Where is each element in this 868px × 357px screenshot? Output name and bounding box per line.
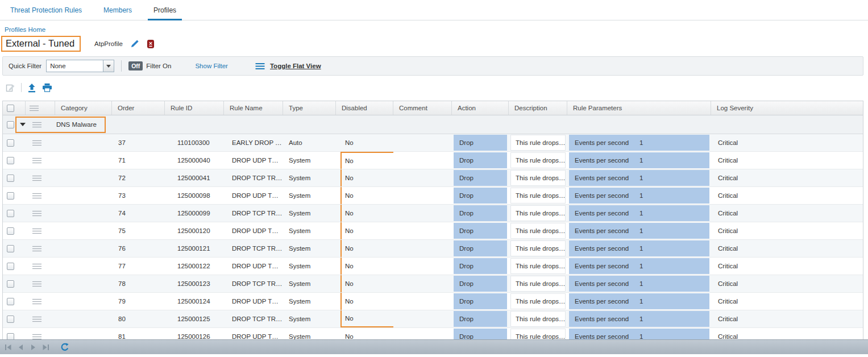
row-checkbox[interactable] — [7, 263, 14, 270]
red-tag-icon[interactable] — [147, 40, 154, 48]
action-cell[interactable]: Drop — [454, 205, 507, 221]
rule-parameters-cell[interactable]: Events per second 1 — [569, 258, 709, 274]
drag-handle-icon[interactable] — [32, 263, 41, 269]
drag-handle-icon[interactable] — [32, 157, 41, 164]
drag-handle-icon[interactable] — [32, 316, 41, 322]
tab-threat-protection-rules[interactable]: Threat Protection Rules — [5, 0, 88, 20]
next-page-icon[interactable] — [30, 344, 37, 351]
description-cell[interactable]: This rule drops… — [510, 188, 566, 204]
action-cell[interactable]: Drop — [454, 223, 507, 239]
disabled-cell[interactable]: No — [336, 258, 393, 275]
action-cell[interactable]: Drop — [454, 293, 507, 309]
drag-handle-icon[interactable] — [32, 246, 41, 252]
drag-handle-icon[interactable] — [32, 298, 41, 305]
rule-parameters-cell[interactable]: Events per second 1 — [569, 311, 709, 327]
select-all-checkbox[interactable] — [7, 105, 14, 112]
quick-filter-dropdown-button[interactable] — [103, 60, 114, 72]
action-cell[interactable]: Drop — [454, 152, 507, 168]
row-checkbox[interactable] — [7, 157, 14, 164]
previous-page-icon[interactable] — [17, 344, 24, 351]
edit-profile-icon[interactable] — [130, 39, 140, 48]
disabled-cell[interactable]: No — [336, 134, 393, 151]
group-highlight-box[interactable]: DNS Malware — [15, 117, 106, 133]
disabled-cell[interactable]: No — [336, 205, 393, 222]
drag-handle-icon[interactable] — [32, 281, 41, 287]
row-checkbox[interactable] — [7, 316, 14, 323]
col-header-rule-id[interactable]: Rule ID — [165, 101, 224, 115]
print-icon[interactable] — [42, 83, 52, 92]
action-cell[interactable]: Drop — [454, 258, 507, 274]
filter-toggle-badge[interactable]: Off — [128, 61, 143, 70]
group-checkbox[interactable] — [7, 121, 14, 128]
rule-parameters-cell[interactable]: Events per second 1 — [569, 240, 709, 256]
drag-handle-icon[interactable] — [32, 193, 41, 199]
description-cell[interactable]: This rule drops… — [510, 205, 566, 221]
action-cell[interactable]: Drop — [454, 170, 507, 186]
rule-parameters-cell[interactable]: Events per second 1 — [569, 170, 709, 186]
last-page-icon[interactable] — [42, 344, 49, 351]
action-cell[interactable]: Drop — [454, 311, 507, 327]
description-cell[interactable]: This rule drops… — [510, 170, 566, 186]
row-checkbox[interactable] — [7, 245, 14, 252]
edit-rule-icon[interactable] — [6, 83, 15, 93]
disabled-cell[interactable]: No — [336, 187, 393, 204]
col-header-type[interactable]: Type — [283, 101, 336, 115]
upload-icon[interactable] — [27, 83, 36, 93]
description-cell[interactable]: This rule drops… — [510, 240, 566, 256]
col-header-category[interactable]: Category — [55, 101, 112, 115]
breadcrumb-profiles-home[interactable]: Profiles Home — [5, 26, 45, 33]
disabled-cell[interactable]: No — [336, 152, 393, 169]
rule-parameters-cell[interactable]: Events per second 1 — [569, 205, 709, 221]
drag-handle-icon[interactable] — [32, 122, 41, 128]
refresh-icon[interactable] — [60, 343, 69, 352]
quick-filter-select[interactable]: None — [46, 60, 114, 72]
rule-parameters-cell[interactable]: Events per second 1 — [569, 223, 709, 239]
row-checkbox[interactable] — [7, 298, 14, 305]
description-cell[interactable]: This rule drops… — [510, 135, 566, 151]
drag-handle-icon[interactable] — [32, 228, 41, 234]
rule-parameters-cell[interactable]: Events per second 1 — [569, 152, 709, 168]
description-cell[interactable]: This rule drops… — [510, 311, 566, 327]
row-checkbox[interactable] — [7, 192, 14, 200]
disabled-cell[interactable]: No — [336, 169, 393, 186]
drag-handle-icon[interactable] — [32, 140, 41, 146]
tab-profiles[interactable]: Profiles — [148, 0, 182, 20]
col-header-rule-parameters[interactable]: Rule Parameters — [567, 101, 711, 115]
description-cell[interactable]: This rule drops… — [510, 223, 566, 239]
drag-handle-icon[interactable] — [32, 175, 41, 181]
tab-members[interactable]: Members — [98, 0, 138, 20]
row-checkbox[interactable] — [7, 227, 14, 235]
drag-handle-icon[interactable] — [32, 334, 41, 340]
rule-parameters-cell[interactable]: Events per second 1 — [569, 188, 709, 204]
action-cell[interactable]: Drop — [454, 135, 507, 151]
row-checkbox[interactable] — [7, 280, 14, 288]
action-cell[interactable]: Drop — [454, 276, 507, 292]
disabled-cell[interactable]: No — [336, 275, 393, 292]
col-header-comment[interactable]: Comment — [393, 101, 452, 115]
rule-parameters-cell[interactable]: Events per second 1 — [569, 293, 709, 309]
disabled-cell[interactable]: No — [336, 222, 393, 239]
col-header-action[interactable]: Action — [452, 101, 509, 115]
description-cell[interactable]: This rule drops… — [510, 258, 566, 274]
col-header-description[interactable]: Description — [509, 101, 567, 115]
action-cell[interactable]: Drop — [454, 240, 507, 256]
rule-parameters-cell[interactable]: Events per second 1 — [569, 135, 709, 151]
rule-parameters-cell[interactable]: Events per second 1 — [569, 276, 709, 292]
show-filter-link[interactable]: Show Filter — [195, 63, 228, 69]
drag-handle-icon[interactable] — [32, 210, 41, 217]
description-cell[interactable]: This rule drops… — [510, 152, 566, 168]
row-checkbox[interactable] — [7, 175, 14, 182]
col-header-disabled[interactable]: Disabled — [336, 101, 393, 115]
row-checkbox[interactable] — [7, 139, 14, 147]
toggle-flat-view-button[interactable]: Toggle Flat View — [255, 63, 321, 70]
col-header-rule-name[interactable]: Rule Name — [224, 101, 283, 115]
col-header-order[interactable]: Order — [112, 101, 165, 115]
disabled-cell[interactable]: No — [336, 310, 393, 327]
row-checkbox[interactable] — [7, 210, 14, 217]
disabled-cell[interactable]: No — [336, 293, 393, 310]
description-cell[interactable]: This rule drops… — [510, 293, 566, 309]
page-title[interactable]: External - Tuned — [1, 36, 81, 52]
description-cell[interactable]: This rule drops… — [510, 276, 566, 292]
action-cell[interactable]: Drop — [454, 188, 507, 204]
collapse-arrow-icon[interactable] — [20, 123, 26, 126]
